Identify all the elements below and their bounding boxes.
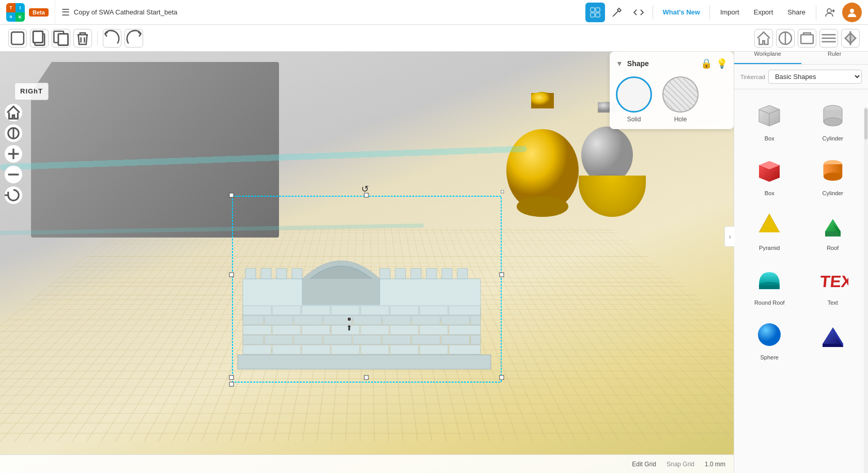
svg-rect-77	[323, 335, 352, 344]
import-button[interactable]: Import	[714, 5, 746, 19]
shape-item-box-wire[interactable]: Box	[738, 93, 801, 147]
svg-rect-81	[441, 335, 470, 344]
shape-item-cylinder-orange[interactable]: Cylinder	[802, 148, 864, 202]
svg-rect-98	[500, 375, 504, 380]
svg-rect-0	[591, 8, 595, 12]
shape-panel-collapse[interactable]: ▼	[616, 59, 623, 68]
solid-option[interactable]: Solid	[616, 76, 652, 123]
rotate-view-button[interactable]	[4, 186, 23, 204]
duplicate-button[interactable]	[52, 29, 70, 48]
shape-panel-info[interactable]: 💡	[716, 58, 727, 69]
shape-item-roof[interactable]: Roof	[802, 203, 864, 257]
panel-scrollbar[interactable]	[864, 107, 868, 473]
svg-rect-76	[294, 335, 322, 344]
left-tools	[4, 103, 23, 204]
view-ortho-button[interactable]	[798, 29, 816, 48]
shape-panel: ▼ Shape 🔒 💡 Solid Hole	[610, 52, 734, 129]
view-direction-label: RIGhT	[14, 83, 49, 100]
shape-options: Solid Hole	[616, 76, 727, 123]
header-separator	[653, 5, 653, 20]
add-user-button[interactable]	[820, 3, 840, 22]
shape-item-text[interactable]: TEXT Text	[802, 258, 864, 311]
svg-rect-56	[449, 306, 481, 315]
roof-icon	[816, 209, 849, 242]
logo-n: N	[6, 12, 16, 22]
svg-rect-46	[426, 269, 437, 279]
snap-grid-label: Snap Grid	[667, 461, 694, 468]
svg-rect-95	[229, 273, 234, 277]
panel-collapse-button[interactable]: ›	[724, 226, 735, 247]
svg-rect-79	[382, 335, 411, 344]
shape-item-box-red[interactable]: Box	[738, 148, 801, 202]
svg-rect-45	[411, 269, 421, 279]
view-fit-button[interactable]	[776, 29, 795, 48]
svg-rect-39	[245, 269, 256, 279]
library-select[interactable]: Basic Shapes	[768, 70, 862, 84]
whats-new-button[interactable]: What's New	[657, 5, 705, 19]
redo-button[interactable]	[125, 29, 143, 48]
svg-rect-94	[229, 382, 234, 386]
svg-rect-49	[243, 306, 271, 315]
copy-button[interactable]	[30, 29, 49, 48]
svg-rect-71	[390, 325, 419, 335]
share-button[interactable]: Share	[781, 5, 812, 19]
align-button[interactable]	[819, 29, 838, 48]
mirror-button[interactable]	[841, 29, 860, 48]
scrollbar-thumb[interactable]	[864, 108, 867, 139]
logo-k: K	[16, 12, 25, 22]
svg-rect-90	[449, 345, 481, 354]
zoom-out-button[interactable]	[4, 165, 23, 184]
text-shape-icon: TEXT	[816, 263, 849, 296]
toolbar	[0, 25, 868, 52]
svg-rect-99	[364, 375, 368, 380]
grid-view-button[interactable]	[585, 3, 605, 22]
zoom-home-button[interactable]	[4, 103, 23, 122]
delete-button[interactable]	[73, 29, 92, 48]
svg-rect-13	[58, 34, 68, 45]
export-button[interactable]: Export	[748, 5, 780, 19]
cathedral-object[interactable]: ↺ ⬆	[222, 186, 512, 403]
edit-grid-label[interactable]: Edit Grid	[632, 461, 656, 468]
undo-button[interactable]	[103, 29, 121, 48]
svg-text:↺: ↺	[361, 186, 369, 194]
svg-rect-44	[395, 269, 406, 279]
svg-rect-57	[243, 316, 264, 325]
svg-rect-82	[471, 335, 481, 344]
svg-rect-75	[265, 335, 293, 344]
svg-point-118	[824, 172, 842, 181]
tools-button[interactable]	[607, 3, 627, 22]
view-home-button[interactable]	[754, 29, 773, 48]
round-roof-label: Round Roof	[754, 299, 785, 306]
shape-item-prism[interactable]	[802, 312, 864, 366]
svg-rect-86	[331, 345, 360, 354]
shape-grid: Box Cylinder	[734, 89, 868, 370]
yellow-half-shape	[579, 176, 646, 217]
sphere-label: Sphere	[761, 354, 779, 360]
shape-library-row: Tinkercad Basic Shapes	[734, 65, 868, 89]
svg-rect-65	[471, 316, 481, 325]
logo-area: T I N K Beta	[0, 0, 55, 24]
shape-item-pyramid[interactable]: Pyramid	[738, 203, 801, 257]
code-button[interactable]	[629, 3, 648, 22]
zoom-in-button[interactable]	[4, 145, 23, 163]
svg-rect-43	[380, 269, 390, 279]
shape-item-cylinder-wire[interactable]: Cylinder	[802, 93, 864, 147]
library-brand-label: Tinkercad	[740, 74, 765, 80]
shape-panel-lock[interactable]: 🔒	[701, 58, 712, 69]
svg-rect-67	[272, 325, 301, 335]
cylinder-orange-icon	[816, 154, 849, 187]
shape-item-sphere[interactable]: Sphere	[738, 312, 801, 366]
hole-option[interactable]: Hole	[662, 76, 699, 123]
profile-button[interactable]	[842, 3, 862, 22]
svg-rect-50	[272, 306, 301, 315]
svg-rect-62	[382, 316, 411, 325]
svg-rect-72	[420, 325, 448, 335]
svg-rect-85	[302, 345, 330, 354]
new-shape-button[interactable]	[8, 29, 27, 48]
sphere-icon	[753, 318, 786, 351]
svg-rect-80	[412, 335, 440, 344]
svg-rect-1	[596, 8, 600, 12]
svg-rect-92	[229, 193, 234, 197]
zoom-fit-button[interactable]	[4, 124, 23, 143]
shape-item-round-roof[interactable]: Round Roof	[738, 258, 801, 311]
